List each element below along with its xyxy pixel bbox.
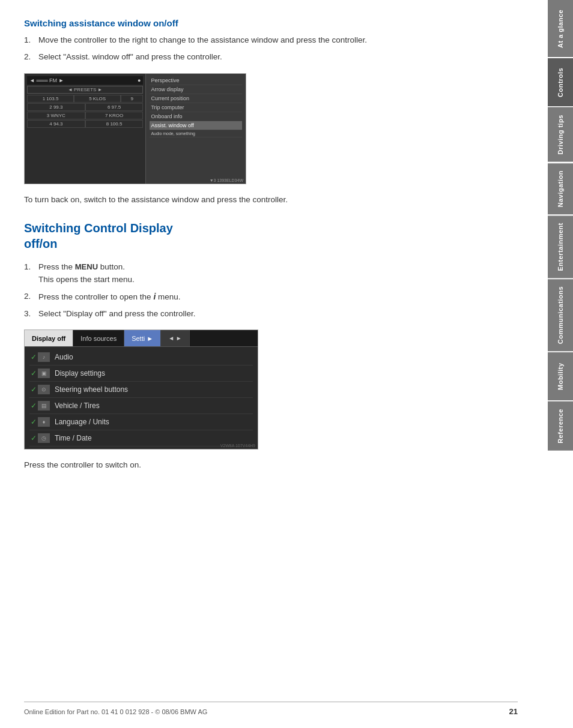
settings-item-language: ✓ ♦ Language / Units xyxy=(29,414,253,430)
nav-preset: ◄ PRESETS ► xyxy=(27,86,143,94)
nav-menu-item: Arrow display xyxy=(150,85,242,94)
check-icon: ✓ xyxy=(31,353,37,361)
nav-menu-item-highlighted: Assist. window off xyxy=(150,121,242,130)
section2-heading-line1: Switching Control Display xyxy=(24,221,173,235)
sidebar-item-mobility[interactable]: Mobility xyxy=(548,352,573,400)
step-text: Move the controller to the right to chan… xyxy=(38,34,524,46)
nav-left-panel: ◄ ═══ FM ► ● ◄ PRESETS ► 1 103.5 5 KLOS … xyxy=(25,74,146,184)
footer: Online Edition for Part no. 01 41 0 012 … xyxy=(24,702,518,716)
settings-item-display: ✓ ▣ Display settings xyxy=(29,366,253,382)
step-text: Press the MENU button. This opens the st… xyxy=(38,261,524,286)
section1-steps: 1. Move the controller to the right to c… xyxy=(24,34,524,64)
section2-steps: 1. Press the MENU button. This opens the… xyxy=(24,261,524,320)
nav-row: 3 WNYC 7 KROO xyxy=(27,112,143,119)
check-icon: ✓ xyxy=(31,434,37,442)
nav-cell: 9 xyxy=(121,95,143,103)
nav-cell: 2 99.3 xyxy=(27,103,85,111)
list-item: 1. Move the controller to the right to c… xyxy=(24,34,524,46)
nav-cell: 1 103.5 xyxy=(27,95,74,103)
list-item: 3. Select "Display off" and press the co… xyxy=(24,308,524,320)
page-number: 21 xyxy=(509,707,518,716)
settings-item-label: Audio xyxy=(55,353,73,361)
main-content: Switching assistance window on/off 1. Mo… xyxy=(0,0,548,728)
list-item: 2. Select "Assist. window off" and press… xyxy=(24,51,524,63)
display-icon: ▣ xyxy=(38,369,50,378)
info-icon: i xyxy=(153,290,156,303)
steering-icon: ⊙ xyxy=(38,385,50,394)
settings-item-time: ✓ ◷ Time / Date xyxy=(29,430,253,447)
time-icon: ◷ xyxy=(38,433,50,443)
nav-cell: 4 94.3 xyxy=(27,120,85,128)
nav-row: 4 94.3 8 100.5 xyxy=(27,120,143,128)
nav-menu-item: Onboard info xyxy=(150,112,242,121)
settings-tab-setti: Setti ► xyxy=(124,330,161,346)
section2-heading-line2: off/on xyxy=(24,237,58,250)
check-icon: ✓ xyxy=(31,402,37,410)
sidebar-item-reference[interactable]: Reference xyxy=(548,402,573,451)
settings-item-label: Language / Units xyxy=(55,418,109,426)
step-number: 2. xyxy=(24,290,38,303)
settings-topbar: Display off Info sources Setti ► ◄ ► xyxy=(25,330,258,347)
section1-after-text: To turn back on, switch to the assistanc… xyxy=(24,194,524,206)
settings-item-label: Display settings xyxy=(55,369,105,378)
settings-screenshot-inner: Display off Info sources Setti ► ◄ ► ✓ ♪… xyxy=(25,330,258,449)
settings-item-steering: ✓ ⊙ Steering wheel buttons xyxy=(29,382,253,398)
sidebar-item-entertainment[interactable]: Entertainment xyxy=(548,215,573,278)
settings-item-label: Time / Date xyxy=(55,434,92,442)
nav-cell: 6 97.5 xyxy=(85,103,144,111)
vehicle-icon: ▤ xyxy=(38,401,50,411)
list-item: 2. Press the controller to open the i me… xyxy=(24,290,524,303)
section-control-display: Switching Control Display off/on 1. Pres… xyxy=(24,220,524,472)
nav-header: ◄ ═══ FM ► ● xyxy=(27,76,143,85)
nav-cell: 7 KROO xyxy=(85,112,144,119)
sidebar-item-at-a-glance[interactable]: At a glance xyxy=(548,0,573,57)
step-text: Select "Assist. window off" and press th… xyxy=(38,51,524,63)
settings-tab-icons: ◄ ► xyxy=(161,330,190,346)
settings-item-vehicle: ✓ ▤ Vehicle / Tires xyxy=(29,398,253,414)
nav-header-right: ● xyxy=(138,77,141,83)
section2-after-text: Press the controller to switch on. xyxy=(24,459,524,472)
settings-item-audio: ✓ ♪ Audio xyxy=(29,349,253,366)
step-text: Select "Display off" and press the contr… xyxy=(38,308,524,320)
check-icon: ✓ xyxy=(31,385,37,394)
nav-cell: 3 WNYC xyxy=(27,112,85,119)
step-number: 1. xyxy=(24,34,38,46)
nav-right-panel: Perspective Arrow display Current positi… xyxy=(146,74,246,184)
nav-screenshot: ◄ ═══ FM ► ● ◄ PRESETS ► 1 103.5 5 KLOS … xyxy=(24,73,246,184)
nav-cell: 5 KLOS xyxy=(74,95,121,103)
audio-icon: ♪ xyxy=(38,352,50,362)
nav-row: 2 99.3 6 97.5 xyxy=(27,103,143,111)
list-item: 1. Press the MENU button. This opens the… xyxy=(24,261,524,286)
spacer xyxy=(24,214,524,220)
nav-menu-item: Perspective xyxy=(150,76,242,85)
section1-heading: Switching assistance window on/off xyxy=(24,18,524,28)
footer-online-edition: Online Edition for Part no. 01 41 0 012 … xyxy=(24,708,207,715)
settings-list: ✓ ♪ Audio ✓ ▣ Display settings ✓ ⊙ Steer… xyxy=(25,347,258,449)
nav-menu-item: Audio mode, something xyxy=(150,130,242,137)
settings-screenshot: Display off Info sources Setti ► ◄ ► ✓ ♪… xyxy=(24,329,258,450)
language-icon: ♦ xyxy=(38,417,50,427)
nav-menu-item: Trip computer xyxy=(150,103,242,112)
sidebar-item-controls[interactable]: Controls xyxy=(548,58,573,106)
step-text: Press the controller to open the i menu. xyxy=(38,290,524,303)
check-icon: ✓ xyxy=(31,418,37,426)
sidebar-tabs: At a glance Controls Driving tips Naviga… xyxy=(548,0,573,728)
nav-row: 1 103.5 5 KLOS 9 xyxy=(27,95,143,103)
settings-watermark: V2W8A 107V44H9 xyxy=(220,444,255,448)
step-number: 2. xyxy=(24,51,38,63)
check-icon: ✓ xyxy=(31,369,37,378)
nav-cell: 8 100.5 xyxy=(85,120,144,128)
menu-bold-text: MENU xyxy=(75,262,98,271)
settings-tab-display-off: Display off xyxy=(25,330,73,346)
step-number: 3. xyxy=(24,308,38,320)
nav-header-left: ◄ ═══ FM ► xyxy=(29,77,64,83)
nav-watermark: ▼3 1393ELD34W xyxy=(210,178,243,182)
sidebar-item-navigation[interactable]: Navigation xyxy=(548,163,573,214)
nav-menu-item: Current position xyxy=(150,94,242,103)
section-assistance: Switching assistance window on/off 1. Mo… xyxy=(24,18,524,206)
sidebar-item-driving-tips[interactable]: Driving tips xyxy=(548,107,573,162)
settings-item-label: Vehicle / Tires xyxy=(55,402,100,410)
settings-item-label: Steering wheel buttons xyxy=(55,385,128,394)
step-number: 1. xyxy=(24,261,38,286)
sidebar-item-communications[interactable]: Communications xyxy=(548,279,573,351)
